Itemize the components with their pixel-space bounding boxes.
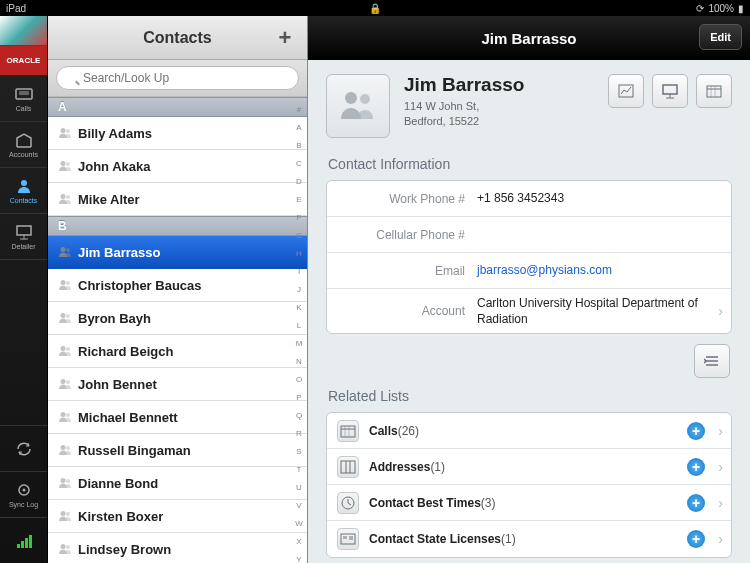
people-icon [58,312,72,324]
edit-button[interactable]: Edit [699,24,742,50]
svg-point-37 [61,544,66,549]
contact-name: Byron Bayh [78,311,151,326]
chevron-right-icon: › [718,303,723,319]
alpha-letter[interactable]: Q [293,407,305,424]
list-toggle-button[interactable] [694,344,730,378]
info-row-account[interactable]: Account Carlton University Hospital Depa… [327,289,731,333]
alpha-letter[interactable]: G [293,227,305,244]
app-thumbnail [0,16,47,46]
alpha-index[interactable]: #ABCDEFGHIJKLMNOPQRSTUVWXYZ [293,97,305,563]
alpha-letter[interactable]: I [293,263,305,280]
nav-item-signal[interactable] [0,517,47,563]
contact-address-line1: 114 W John St, [404,99,594,114]
hero-action-button[interactable] [608,74,644,108]
alpha-letter[interactable]: V [293,497,305,514]
hero-action-button[interactable] [696,74,732,108]
contact-name: Russell Bingaman [78,443,191,458]
alpha-letter[interactable]: D [293,173,305,190]
alpha-letter[interactable]: B [293,137,305,154]
svg-rect-4 [17,226,31,235]
search-input[interactable] [56,66,299,90]
contact-row[interactable]: Dianne Bond [48,467,307,500]
alpha-letter[interactable]: S [293,443,305,460]
nav-item-calls[interactable]: Calls [0,76,47,122]
add-icon[interactable]: + [687,530,705,548]
alpha-letter[interactable]: F [293,209,305,226]
hero-action-button[interactable] [652,74,688,108]
svg-point-34 [66,479,70,483]
phone-icon [14,85,34,103]
people-icon [58,378,72,390]
status-bar: iPad 🔒 ⟳ 100% ▮ [0,0,750,16]
alpha-letter[interactable]: U [293,479,305,496]
contact-row[interactable]: John Akaka [48,150,307,183]
alpha-letter[interactable]: W [293,515,305,532]
gear-icon [14,481,34,499]
related-row[interactable]: Contact State Licenses (1)+› [327,521,731,557]
contact-row[interactable]: Russell Bingaman [48,434,307,467]
value-email: jbarrasso@physians.com [477,256,711,284]
label-cell-phone: Cellular Phone # [327,228,477,242]
alpha-letter[interactable]: C [293,155,305,172]
brand-label: ORACLE [0,46,47,76]
svg-rect-44 [663,85,677,94]
related-row[interactable]: Calls (26)+› [327,413,731,449]
add-icon[interactable]: + [687,494,705,512]
alpha-letter[interactable]: H [293,245,305,262]
nav-item-contacts[interactable]: Contacts [0,168,47,214]
related-row[interactable]: Addresses (1)+› [327,449,731,485]
alpha-letter[interactable]: T [293,461,305,478]
contact-row[interactable]: John Bennet [48,368,307,401]
alpha-letter[interactable]: O [293,371,305,388]
alpha-letter[interactable]: N [293,353,305,370]
info-row-cell-phone[interactable]: Cellular Phone # [327,217,731,253]
alpha-letter[interactable]: K [293,299,305,316]
contact-row[interactable]: Richard Beigch [48,335,307,368]
contacts-panel: Contacts + ABilly AdamsJohn AkakaMike Al… [48,16,308,563]
add-contact-button[interactable]: + [273,26,297,50]
contact-row[interactable]: Mike Alter [48,183,307,216]
svg-point-8 [22,489,25,492]
related-list: Calls (26)+›Addresses (1)+›Contact Best … [326,412,732,558]
svg-point-21 [61,280,66,285]
presentation-icon [661,83,679,99]
alpha-letter[interactable]: # [293,101,305,118]
nav-item-sync[interactable] [0,425,47,471]
alpha-letter[interactable]: R [293,425,305,442]
nav-item-accounts[interactable]: Accounts [0,122,47,168]
clock-icon [337,492,359,514]
alpha-letter[interactable]: P [293,389,305,406]
contact-row[interactable]: Lindsey Brown [48,533,307,563]
people-icon [58,510,72,522]
info-row-work-phone[interactable]: Work Phone # +1 856 3452343 [327,181,731,217]
chart-icon [618,84,634,98]
nav-item-synclog[interactable]: Sync Log [0,471,47,517]
nav-item-detailer[interactable]: Detailer [0,214,47,260]
alpha-letter[interactable]: M [293,335,305,352]
value-cell-phone [477,229,711,241]
contact-row[interactable]: Byron Bayh [48,302,307,335]
alpha-letter[interactable]: L [293,317,305,334]
add-icon[interactable]: + [687,422,705,440]
related-row[interactable]: Contact Best Times (3)+› [327,485,731,521]
alpha-letter[interactable]: Y [293,551,305,563]
svg-point-35 [61,511,66,516]
alpha-letter[interactable]: E [293,191,305,208]
contact-row[interactable]: Kirsten Boxer [48,500,307,533]
info-row-email[interactable]: Email jbarrasso@physians.com [327,253,731,289]
contact-row[interactable]: Billy Adams [48,117,307,150]
svg-point-32 [66,446,70,450]
svg-point-16 [66,162,70,166]
detail-title: Jim Barrasso [481,30,576,47]
add-icon[interactable]: + [687,458,705,476]
svg-point-28 [66,380,70,384]
contact-row[interactable]: Christopher Baucas [48,269,307,302]
contact-name: Richard Beigch [78,344,173,359]
alpha-letter[interactable]: J [293,281,305,298]
alpha-letter[interactable]: A [293,119,305,136]
contact-row[interactable]: Michael Bennett [48,401,307,434]
svg-point-41 [345,92,357,104]
contact-row[interactable]: Jim Barrasso [48,236,307,269]
alpha-letter[interactable]: X [293,533,305,550]
people-icon [58,246,72,258]
